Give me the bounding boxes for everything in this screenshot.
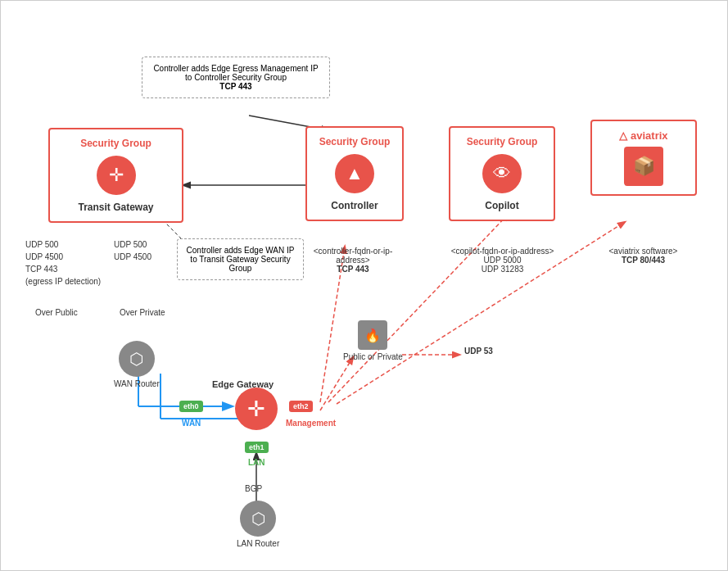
svg-line-7 (320, 357, 353, 410)
copilot-fqdn-text: <copilot-fqdn-or-ip-address> UDP 5000UDP… (443, 247, 562, 274)
aviatrix-box: △ aviatrix 📦 (590, 120, 697, 196)
udp4500-private: UDP 4500 (114, 251, 151, 263)
eth0-badge: eth0 (179, 401, 203, 412)
controller-note2-text: Controller adds Edge WAN IP to Transit G… (187, 246, 295, 273)
controller-sg-label: Security Group (314, 136, 396, 147)
transit-gateway-icon: ✛ (97, 156, 136, 195)
controller-fqdn-text: <controller-fqdn-or-ip-address> TCP 443 (300, 247, 406, 274)
transit-gateway-sublabel: Transit Gateway (57, 202, 175, 213)
wan-router-label: WAN Router (114, 379, 160, 388)
security-group-transit-gateway: Security Group ✛ Transit Gateway (48, 128, 183, 223)
over-public-label: Over Public (35, 308, 78, 317)
udp500-private: UDP 500 (114, 238, 151, 251)
edge-gateway-icon: ✛ (235, 387, 278, 430)
controller-icon: ▲ (335, 154, 374, 193)
lan-router: ⬡ LAN Router (237, 501, 279, 548)
lan-label: LAN (248, 458, 265, 467)
edge-gateway-icon-container: ✛ (235, 387, 278, 430)
aviatrix-software-label: <aviatrix software> (592, 247, 694, 256)
eth1-label: eth1 (249, 443, 265, 451)
arrows-layer (1, 1, 728, 571)
copilot-fqdn-label: <copilot-fqdn-or-ip-address> (443, 247, 562, 256)
transit-gateway-sg-label: Security Group (57, 138, 175, 149)
controller-note1-port: TCP 443 (219, 82, 251, 91)
eth0-label: eth0 (183, 402, 199, 410)
wan-router: ⬡ WAN Router (114, 341, 160, 388)
aviatrix-package-icon: 📦 (624, 147, 663, 186)
controller-note2-box: Controller adds Edge WAN IP to Transit G… (177, 238, 304, 280)
controller-note1-box: Controller adds Edge Egress Management I… (142, 57, 330, 98)
dns-label: Public or Private (343, 352, 403, 361)
controller-note1-text: Controller adds Edge Egress Management I… (153, 64, 318, 82)
wan-udp-labels: UDP 500 UDP 4500 TCP 443 (egress IP dete… (25, 238, 101, 288)
security-group-controller: Security Group ▲ Controller (305, 126, 404, 221)
aviatrix-port-label: TCP 80/443 (592, 256, 694, 265)
controller-sublabel: Controller (314, 200, 396, 211)
tcp443-label: TCP 443 (25, 263, 101, 275)
diagram-container: Controller adds Edge Egress Management I… (0, 0, 728, 571)
egress-label: (egress IP detection) (25, 275, 101, 288)
udp53-label: UDP 53 (464, 347, 493, 356)
wan-label: WAN (182, 419, 201, 428)
controller-port-label: TCP 443 (300, 265, 406, 274)
bgp-label: BGP (245, 484, 262, 493)
lan-router-icon: ⬡ (240, 501, 276, 537)
private-udp-labels: UDP 500 UDP 4500 (114, 238, 151, 263)
management-label: Management (286, 419, 336, 428)
controller-fqdn-label: <controller-fqdn-or-ip-address> (300, 247, 406, 265)
copilot-ports-label: UDP 5000UDP 31283 (443, 256, 562, 274)
aviatrix-software-text: <aviatrix software> TCP 80/443 (592, 247, 694, 265)
eth2-label: eth2 (293, 402, 309, 410)
dns-server: 🔥 Public or Private (343, 320, 403, 361)
lan-router-label: LAN Router (237, 539, 279, 548)
eth1-badge: eth1 (245, 442, 269, 453)
bgp-text: BGP (245, 484, 262, 493)
security-group-copilot: Security Group 👁 Copilot (449, 126, 555, 221)
udp4500-label: UDP 4500 (25, 251, 101, 263)
copilot-sg-label: Security Group (457, 136, 547, 147)
udp500-label: UDP 500 (25, 238, 101, 251)
dns-icon: 🔥 (358, 320, 387, 350)
wan-router-icon: ⬡ (119, 341, 155, 377)
svg-line-9 (328, 214, 509, 402)
eth2-badge: eth2 (289, 401, 313, 412)
copilot-sublabel: Copilot (457, 200, 547, 211)
copilot-icon: 👁 (482, 154, 522, 193)
over-private-label: Over Private (120, 308, 165, 317)
aviatrix-logo: △ aviatrix (599, 129, 689, 142)
